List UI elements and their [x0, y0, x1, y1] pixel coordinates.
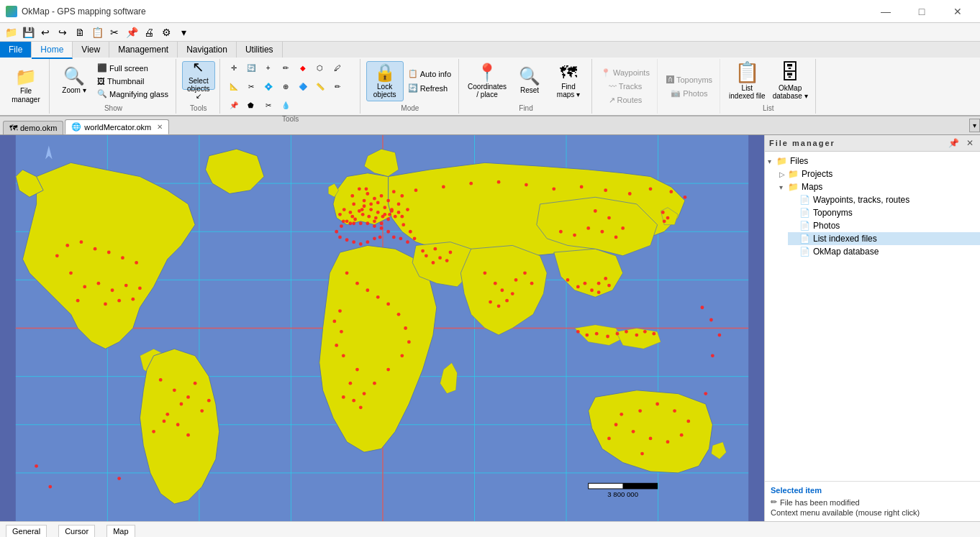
tool-measure[interactable]: 📐 [226, 78, 242, 95]
close-button[interactable]: ✕ [941, 0, 974, 23]
list-indexed-file-button[interactable]: 📋 Listindexed file [726, 61, 768, 101]
svg-point-128 [335, 344, 338, 347]
lock-objects-button[interactable]: 🔒 Lockobjects [366, 61, 404, 101]
tool-edit[interactable]: ✏ [330, 78, 345, 95]
map-area[interactable]: 3 800 000 [0, 135, 764, 521]
tool-draw[interactable]: 🖊 [330, 59, 345, 76]
tool-rotate[interactable]: 🔄 [243, 59, 259, 76]
find-maps-label: Findmaps ▾ [557, 83, 580, 98]
toponyms-button[interactable]: 🅰 Toponyms [663, 73, 715, 86]
svg-point-160 [711, 354, 714, 357]
find-maps-button[interactable]: 🗺 Findmaps ▾ [550, 61, 587, 101]
tree-item-toponyms[interactable]: ▷ 📄 Toponyms [788, 206, 980, 219]
quick-save[interactable]: 💾 [20, 24, 36, 40]
svg-point-95 [107, 251, 111, 254]
tool-poly[interactable]: ⬟ [243, 96, 259, 114]
quick-redo[interactable]: ↪ [55, 24, 71, 40]
quick-open[interactable]: 📁 [3, 24, 19, 40]
svg-point-109 [207, 399, 211, 403]
select-sub-button[interactable]: ↙ [182, 91, 215, 101]
projects-label: Projects [802, 169, 832, 179]
waypoints-button[interactable]: 📍 Waypoints [598, 66, 653, 79]
routes-button[interactable]: ↗ Routes [606, 93, 645, 106]
tool-shape[interactable]: 🔷 [295, 78, 311, 95]
status-cursor[interactable]: Cursor [58, 525, 95, 538]
maximize-button[interactable]: □ [905, 0, 938, 23]
file-manager-pin-button[interactable]: 📌 [946, 137, 961, 149]
coordinates-button[interactable]: 📍 Coordinates/ place [465, 61, 509, 101]
map-tab-demo[interactable]: 🗺 demo.okm [3, 121, 63, 134]
minimize-button[interactable]: — [869, 0, 902, 23]
tab-navigation[interactable]: Navigation [178, 42, 237, 58]
tool-add[interactable]: + [260, 59, 276, 76]
files-expand-icon[interactable]: ▾ [768, 157, 776, 165]
tool-scissors[interactable]: ✂ [260, 96, 276, 114]
svg-point-93 [80, 240, 83, 244]
tool-red[interactable]: ◆ [295, 59, 311, 76]
select-objects-button[interactable]: ↖ Selectobjects [182, 61, 215, 90]
quick-cut[interactable]: ✂ [106, 24, 122, 40]
tab-scroll-arrow[interactable]: ▾ [969, 119, 980, 132]
svg-point-53 [494, 282, 497, 285]
tree-item-files[interactable]: ▾ 📁 Files [765, 155, 980, 167]
quick-pin[interactable]: 📌 [124, 24, 140, 40]
tool-drop[interactable]: 💧 [278, 96, 294, 114]
full-screen-button[interactable]: ⬛ Full screen [94, 62, 171, 75]
tree-item-list-indexed[interactable]: ▷ 📄 List indexed files [788, 232, 980, 245]
find-group-label: Find [519, 103, 532, 114]
zoom-button[interactable]: 🔍 Zoom ▾ [55, 61, 93, 101]
quick-undo[interactable]: ↩ [37, 24, 53, 40]
svg-point-199 [378, 236, 382, 239]
routes-icon: ↗ [609, 96, 615, 105]
svg-point-158 [117, 477, 121, 480]
world-tab-close[interactable]: ✕ [157, 123, 163, 131]
reset-button[interactable]: 🔍 Reset [511, 61, 548, 101]
tree-item-okmap-db[interactable]: ▷ 📄 OkMap database [788, 245, 980, 258]
quick-settings[interactable]: ⚙ [158, 24, 174, 40]
tab-utilities[interactable]: Utilities [237, 42, 283, 58]
tool-circle[interactable]: ⊕ [278, 78, 294, 95]
tool-line[interactable]: 📏 [312, 78, 328, 95]
tree-item-photos[interactable]: ▷ 📄 Photos [788, 219, 980, 232]
ribbon-group-mode: 🔒 Lockobjects 📋 Auto info 🔄 Refresh Mode [362, 59, 459, 114]
auto-info-button[interactable]: 📋 Auto info [405, 68, 454, 81]
okmap-database-button[interactable]: 🗄 OkMapdatabase ▾ [770, 61, 811, 101]
status-general[interactable]: General [6, 525, 47, 538]
tool-pin[interactable]: 📌 [226, 96, 242, 114]
tab-view[interactable]: View [73, 42, 109, 58]
quick-new[interactable]: 🗎 [72, 24, 88, 40]
tool-node[interactable]: 💠 [260, 78, 276, 95]
file-manager-close-button[interactable]: ✕ [964, 137, 976, 149]
tab-management[interactable]: Management [109, 42, 178, 58]
quick-print[interactable]: 🖨 [141, 24, 157, 40]
map-tab-world[interactable]: 🌐 worldMercator.okm ✕ [65, 119, 169, 134]
tree-item-waypoints[interactable]: ▷ 📄 Waypoints, tracks, routes [788, 193, 980, 206]
quick-more[interactable]: ▾ [176, 24, 191, 40]
svg-point-69 [597, 290, 601, 294]
magnifying-glass-button[interactable]: 🔍 Magnifying glass [94, 88, 171, 101]
tool-hex[interactable]: ⬡ [312, 59, 328, 76]
tab-home[interactable]: Home [32, 42, 73, 59]
svg-point-151 [655, 403, 659, 406]
thumbnail-button[interactable]: 🖼 Thumbnail [94, 75, 171, 88]
tool-pencil[interactable]: ✏ [278, 59, 294, 76]
tool-cut[interactable]: ✂ [243, 78, 259, 95]
maps-expand-icon[interactable]: ▾ [779, 183, 788, 191]
file-manager-button[interactable]: 📁 Filemanager [7, 66, 45, 106]
svg-point-18 [373, 197, 376, 201]
drop-icon: 💧 [281, 101, 290, 109]
svg-point-43 [348, 221, 352, 225]
tracks-button[interactable]: 〰 Tracks [606, 80, 645, 93]
refresh-button[interactable]: 🔄 Refresh [405, 82, 454, 95]
tree-item-maps[interactable]: ▾ 📁 Maps [776, 180, 980, 193]
projects-expand-icon[interactable]: ▷ [779, 170, 788, 178]
tree-item-projects[interactable]: ▷ 📁 Projects [776, 167, 980, 180]
status-map[interactable]: Map [106, 525, 135, 538]
tool-move[interactable]: ✛ [226, 59, 242, 76]
quick-copy[interactable]: 📋 [89, 24, 105, 40]
svg-point-167 [383, 213, 386, 216]
svg-point-100 [186, 395, 190, 399]
svg-point-149 [686, 420, 690, 423]
tab-file[interactable]: File [0, 42, 32, 58]
photos-button[interactable]: 📷 Photos [668, 87, 710, 100]
